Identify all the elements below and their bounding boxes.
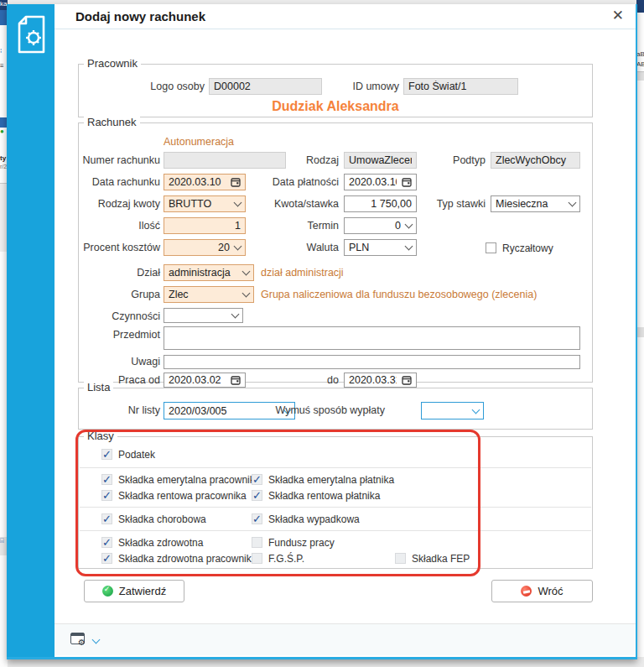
chevron-down-icon <box>242 289 251 298</box>
checkbox-icon <box>101 553 112 564</box>
ryczaltowy-checkbox[interactable]: Ryczałtowy <box>486 242 553 254</box>
podtyp-input: ZlecWychObcy <box>491 152 580 169</box>
chevron-down-icon <box>569 199 577 207</box>
termin-select[interactable]: 0 <box>344 217 417 234</box>
dzial-label: Dział <box>79 264 160 281</box>
chevron-down-icon <box>405 242 413 251</box>
checkbox-label: Składka zdrowotna pracownika <box>118 553 257 565</box>
calendar-icon <box>231 375 241 385</box>
confirm-icon <box>102 586 113 597</box>
grupa-select[interactable]: Zlec <box>164 286 254 303</box>
background-fragment: AB <box>636 60 644 71</box>
checkbox-emerytalna-platnika[interactable]: Składka emerytalna płatnika <box>252 473 394 486</box>
checkbox-icon <box>252 513 262 524</box>
uwagi-label: Uwagi <box>79 355 160 369</box>
praca-od-input[interactable]: 2020.03.02 <box>164 373 246 388</box>
checkbox-fgsp[interactable]: F.G.Ś.P. <box>252 552 304 565</box>
document-gear-icon <box>13 13 49 56</box>
rodzaj-kwoty-select[interactable]: BRUTTO <box>164 195 246 212</box>
autonumeracja-note: Autonumeracja <box>164 136 234 148</box>
back-icon <box>521 586 532 597</box>
checkbox-chorobowa[interactable]: Składka chorobowa <box>101 513 206 525</box>
chevron-down-icon[interactable] <box>92 636 101 644</box>
uwagi-input[interactable] <box>164 355 580 369</box>
logo-osoby-label: Logo osoby <box>79 78 205 95</box>
dialog-footer <box>55 623 636 655</box>
checkbox-icon <box>252 490 262 501</box>
checkbox-zdrowotna[interactable]: Składka zdrowotna <box>101 536 203 549</box>
chevron-down-icon <box>231 310 240 319</box>
checkbox-icon <box>101 490 112 501</box>
checkbox-icon <box>101 449 112 460</box>
close-icon[interactable]: ✕ <box>612 8 624 24</box>
checkbox-label: F.G.Ś.P. <box>268 553 304 565</box>
checkbox-label: Składka emerytalna płatnika <box>268 474 394 486</box>
praca-do-input[interactable]: 2020.03.31 <box>344 373 417 388</box>
czynnosci-label: Czynności <box>79 308 160 325</box>
checkbox-rentowa-platnika[interactable]: Składka rentowa płatnika <box>252 489 380 502</box>
typ-stawki-select[interactable]: Miesieczna <box>491 195 580 212</box>
praca-do-label: do <box>305 373 339 388</box>
dzial-hint: dział administracji <box>261 264 344 281</box>
fieldset-legend: Rachunek <box>84 116 140 129</box>
przedmiot-textarea[interactable] <box>164 326 580 350</box>
dialog-title: Dodaj nowy rachunek <box>75 9 205 23</box>
fieldset-legend: Lista <box>84 381 113 394</box>
dzial-select[interactable]: administracja <box>164 264 254 281</box>
fieldset-rachunek: Rachunek Autonumeracja Numer rachunku Ro… <box>78 122 593 383</box>
wroc-button[interactable]: Wróć <box>491 580 593 602</box>
wymus-select[interactable] <box>421 402 484 419</box>
checkbox-icon <box>252 553 262 564</box>
nr-listy-label: Nr listy <box>79 402 160 419</box>
divider <box>80 507 591 508</box>
window-gear-icon[interactable] <box>70 633 85 644</box>
ilosc-input[interactable]: 1 <box>164 217 246 234</box>
id-umowy-label: ID umowy <box>330 78 399 95</box>
checkbox-label: Składka wypadkowa <box>268 513 360 525</box>
button-label: Wróć <box>538 585 563 597</box>
checkbox-icon <box>101 474 112 485</box>
zatwierdz-button[interactable]: Zatwierdź <box>84 580 184 602</box>
ilosc-label: Ilość <box>79 217 160 234</box>
checkbox-rentowa-pracownika[interactable]: Składka rentowa pracownika <box>101 489 247 502</box>
checkbox-label: Składka FEP <box>412 553 470 565</box>
waluta-select[interactable]: PLN <box>344 239 417 256</box>
checkbox-label: Składka chorobowa <box>118 513 206 525</box>
wymus-label: Wymuś sposób wypłaty <box>272 402 385 419</box>
chevron-down-icon <box>234 199 242 207</box>
checkbox-label: Składka rentowa płatnika <box>268 490 380 502</box>
dialog-content: Dodaj nowy rachunek ✕ Pracownik Logo oso… <box>55 4 636 655</box>
checkbox-zdrowotna-pracownika[interactable]: Składka zdrowotna pracownika <box>101 552 257 565</box>
checkbox-icon <box>101 513 112 524</box>
czynnosci-select[interactable] <box>164 308 243 323</box>
button-label: Zatwierdź <box>119 585 166 597</box>
waluta-label: Waluta <box>247 239 339 256</box>
checkbox-icon <box>486 242 496 253</box>
fieldset-pracownik: Pracownik Logo osoby D00002 ID umowy Fot… <box>78 64 593 117</box>
checkbox-icon <box>101 537 112 548</box>
dialog-titlebar: Dodaj nowy rachunek ✕ <box>55 4 636 29</box>
divider <box>80 467 591 468</box>
checkbox-skladka-fep[interactable]: Składka FEP <box>395 552 470 565</box>
logo-osoby-input: D00002 <box>209 78 322 95</box>
procent-kosztow-select[interactable]: 20 <box>164 239 246 256</box>
checkbox-fundusz-pracy[interactable]: Fundusz pracy <box>252 536 335 549</box>
rodzaj-kwoty-label: Rodzaj kwoty <box>79 195 160 212</box>
checkbox-wypadkowa[interactable]: Składka wypadkowa <box>252 513 360 525</box>
id-umowy-input: Foto Świat/1 <box>403 78 518 95</box>
data-rachunku-input[interactable]: 2020.03.10 <box>164 174 246 190</box>
checkbox-icon <box>252 537 262 548</box>
przedmiot-label: Przedmiot <box>79 326 160 343</box>
podtyp-label: Podtyp <box>406 152 486 169</box>
checkbox-label: Składka rentowa pracownika <box>118 490 247 502</box>
procent-kosztow-label: Procent kosztów <box>79 239 160 256</box>
numer-rachunku-label: Numer rachunku <box>79 152 160 169</box>
checkbox-emerytalna-pracownika[interactable]: Składka emerytalna pracownika <box>101 473 260 486</box>
chevron-down-icon <box>472 405 480 414</box>
chevron-down-icon <box>234 242 242 251</box>
kwota-label: Kwota/stawka <box>247 195 339 212</box>
calendar-icon <box>231 177 241 187</box>
data-platnosci-input[interactable]: 2020.03.10 <box>344 174 417 190</box>
checkbox-podatek[interactable]: Podatek <box>101 448 155 461</box>
checkbox-icon <box>252 474 262 485</box>
